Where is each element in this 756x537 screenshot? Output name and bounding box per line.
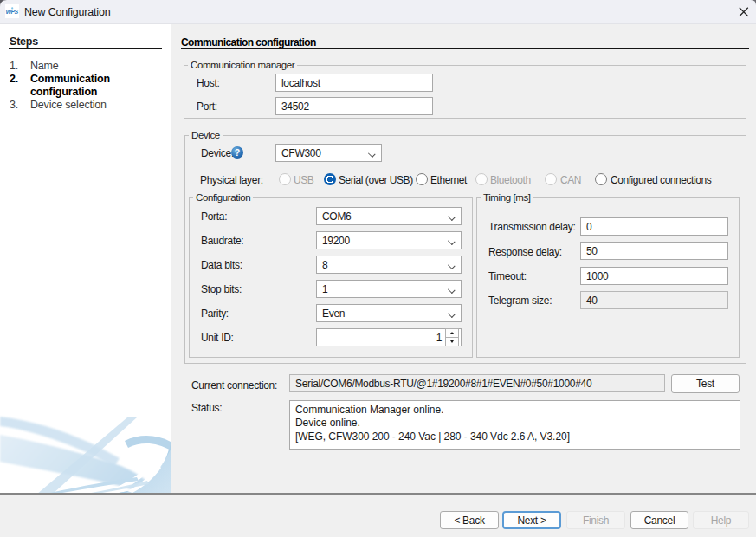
- svg-text:WPS: WPS: [6, 9, 19, 15]
